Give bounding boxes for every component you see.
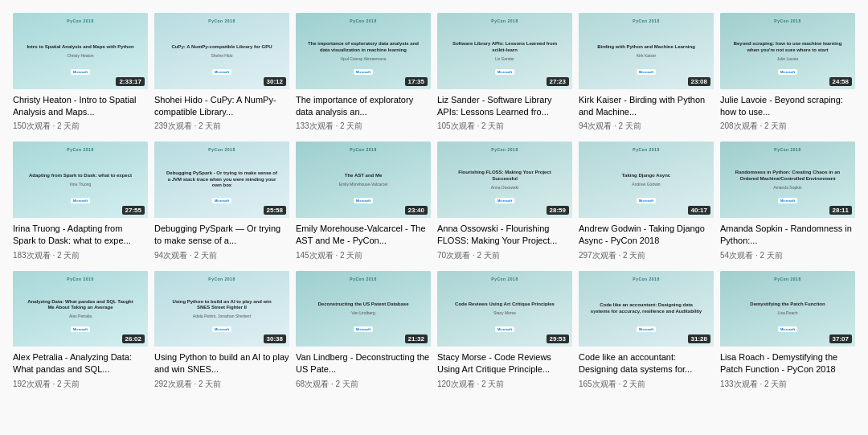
video-title: Using Python to build an AI to play and …	[154, 351, 289, 376]
duration-badge: 21:32	[405, 334, 428, 343]
video-card[interactable]: PyCon 2018 Intro to Spatial Analysis and…	[13, 13, 148, 132]
thumbnail: PyCon 2018 Beyond scraping: how to use m…	[720, 13, 855, 89]
video-meta: 145次观看 · 2 天前	[296, 250, 431, 261]
duration-badge: 27:55	[122, 206, 145, 215]
video-card[interactable]: PyCon 2018 Adapting from Spark to Dask: …	[13, 142, 148, 261]
video-info: Alex Petralia - Analyzing Data: What pan…	[13, 347, 148, 390]
thumb-subtitle-text: Shohei Hido	[211, 53, 232, 58]
microsoft-logo: Microsoft	[495, 198, 514, 203]
video-meta: 192次观看 · 2 天前	[13, 379, 148, 390]
pycon-logo: PyCon 2018	[774, 147, 800, 152]
video-card[interactable]: PyCon 2018 Using Python to build an AI t…	[154, 271, 289, 390]
video-card[interactable]: PyCon 2018 Birding with Python and Machi…	[579, 13, 714, 132]
duration-badge: 31:28	[688, 334, 710, 343]
microsoft-logo: Microsoft	[778, 198, 797, 203]
video-card[interactable]: PyCon 2018 Code Reviews Using Art Critiq…	[437, 271, 572, 390]
video-info: Amanda Sopkin - Randomness in Python:...…	[720, 218, 855, 261]
video-info: Liz Sander - Software Library APIs: Less…	[437, 89, 572, 133]
thumb-subtitle-text: Irina Truong	[70, 182, 92, 187]
video-title: Irina Truong - Adapting from Spark to Da…	[13, 223, 148, 248]
thumbnail: PyCon 2018 Intro to Spatial Analysis and…	[13, 13, 148, 89]
thumb-subtitle-text: Van Lindberg	[351, 310, 375, 315]
pycon-logo: PyCon 2018	[208, 147, 235, 152]
thumb-subtitle-text: Amanda Sopkin	[773, 185, 801, 190]
pycon-logo: PyCon 2018	[208, 18, 235, 23]
thumb-subtitle-text: Stacy Morse	[493, 310, 516, 315]
video-card[interactable]: PyCon 2018 Flourishing FLOSS: Making You…	[437, 142, 572, 261]
video-title: The importance of exploratory data analy…	[296, 94, 431, 119]
duration-badge: 25:58	[264, 206, 286, 215]
thumbnail: PyCon 2018 Using Python to build an AI t…	[154, 271, 289, 347]
video-info: Anna Ossowski - Flourishing FLOSS: Makin…	[437, 218, 572, 261]
pycon-logo: PyCon 2018	[67, 147, 93, 152]
thumb-title-text: Flourishing FLOSS: Making Your Project S…	[448, 170, 561, 183]
video-card[interactable]: PyCon 2018 Randomness in Python: Creatin…	[720, 142, 855, 261]
video-meta: 94次观看 · 2 天前	[154, 250, 289, 261]
video-card[interactable]: PyCon 2018 Debugging PySpark - Or trying…	[154, 142, 289, 261]
video-card[interactable]: PyCon 2018 Demystifying the Patch Functi…	[720, 271, 855, 390]
thumb-title-text: Taking Django Async	[622, 173, 670, 179]
video-meta: 105次观看 · 2 天前	[437, 121, 572, 132]
thumb-subtitle-text: Upul Cooray Akmeemana	[341, 56, 387, 61]
video-info: Debugging PySpark — Or trying to make se…	[154, 218, 289, 261]
pycon-logo: PyCon 2018	[491, 277, 518, 281]
video-card[interactable]: PyCon 2018 Beyond scraping: how to use m…	[720, 13, 855, 132]
video-title: Julie Lavoie - Beyond scraping: how to u…	[720, 94, 855, 119]
duration-badge: 29:53	[547, 334, 569, 343]
video-card[interactable]: PyCon 2018 CuPy: A NumPy-compatible Libr…	[154, 13, 289, 132]
video-meta: 297次观看 · 2 天前	[579, 250, 714, 261]
video-title: Kirk Kaiser - Birding with Python and Ma…	[579, 94, 714, 119]
microsoft-logo: Microsoft	[71, 326, 90, 332]
video-info: Kirk Kaiser - Birding with Python and Ma…	[579, 89, 714, 133]
thumb-subtitle-text: Kirk Kaiser	[637, 53, 656, 58]
thumb-title-text: Beyond scraping: how to use machine lear…	[731, 41, 844, 54]
video-meta: 133次观看 · 2 天前	[296, 121, 431, 132]
duration-badge: 23:08	[688, 77, 710, 86]
video-meta: 208次观看 · 2 天前	[720, 121, 855, 132]
thumb-title-text: Intro to Spatial Analysis and Maps with …	[27, 44, 133, 51]
video-card[interactable]: PyCon 2018 The AST and Me Emily Morehous…	[296, 142, 431, 261]
thumbnail: PyCon 2018 Birding with Python and Machi…	[579, 13, 714, 89]
video-meta: 150次观看 · 2 天前	[13, 121, 148, 132]
microsoft-logo: Microsoft	[354, 69, 373, 75]
thumb-title-text: Deconstructing the US Patent Database	[317, 302, 408, 308]
thumbnail: PyCon 2018 Code like an accountant: Desi…	[579, 271, 714, 347]
pycon-logo: PyCon 2018	[633, 277, 659, 281]
thumb-title-text: CuPy: A NumPy-compatible Library for GPU	[171, 44, 272, 51]
microsoft-logo: Microsoft	[778, 326, 797, 332]
thumbnail: PyCon 2018 The AST and Me Emily Morehous…	[296, 142, 431, 218]
duration-badge: 27:23	[547, 77, 569, 86]
thumb-title-text: Code like an accountant: Designing data …	[590, 302, 702, 315]
microsoft-logo: Microsoft	[354, 198, 373, 203]
video-card[interactable]: PyCon 2018 Taking Django Async Andrew Go…	[579, 142, 714, 261]
pycon-logo: PyCon 2018	[67, 18, 93, 23]
thumb-subtitle-text: Liz Sander	[495, 56, 514, 61]
video-title: Alex Petralia - Analyzing Data: What pan…	[13, 351, 148, 376]
video-card[interactable]: PyCon 2018 The importance of exploratory…	[296, 13, 431, 132]
microsoft-logo: Microsoft	[495, 69, 514, 75]
duration-badge: 28:11	[829, 206, 852, 215]
thumbnail: PyCon 2018 Adapting from Spark to Dask: …	[13, 142, 148, 218]
duration-badge: 40:17	[688, 206, 710, 215]
thumb-subtitle-text: Anna Ossowski	[491, 185, 518, 190]
thumbnail: PyCon 2018 Randomness in Python: Creatin…	[720, 142, 855, 218]
video-info: Stacy Morse - Code Reviews Using Art Cri…	[437, 347, 572, 390]
thumbnail: PyCon 2018 Taking Django Async Andrew Go…	[579, 142, 714, 218]
pycon-logo: PyCon 2018	[350, 18, 376, 23]
thumb-title-text: Adapting from Spark to Dask: what to exp…	[29, 173, 132, 179]
thumb-title-text: Debugging PySpark - Or trying to make se…	[166, 170, 278, 189]
video-card[interactable]: PyCon 2018 Code like an accountant: Desi…	[579, 271, 714, 390]
pycon-logo: PyCon 2018	[67, 277, 93, 281]
video-card[interactable]: PyCon 2018 Software Library APIs: Lesson…	[437, 13, 572, 132]
video-meta: 54次观看 · 2 天前	[720, 250, 855, 261]
thumb-subtitle-text: Christy Heaton	[67, 53, 93, 58]
video-card[interactable]: PyCon 2018 Analyzing Data: What pandas a…	[13, 271, 148, 390]
video-title: Stacy Morse - Code Reviews Using Art Cri…	[437, 351, 572, 376]
duration-badge: 30:12	[264, 77, 286, 86]
video-title: Van Lindberg - Deconstructing the US Pat…	[296, 351, 431, 376]
video-card[interactable]: PyCon 2018 Deconstructing the US Patent …	[296, 271, 431, 390]
video-meta: 70次观看 · 2 天前	[437, 250, 572, 261]
video-info: Emily Morehouse-Valcarcel - The AST and …	[296, 218, 431, 261]
video-info: The importance of exploratory data analy…	[296, 89, 431, 133]
duration-badge: 2:33:17	[116, 77, 145, 86]
